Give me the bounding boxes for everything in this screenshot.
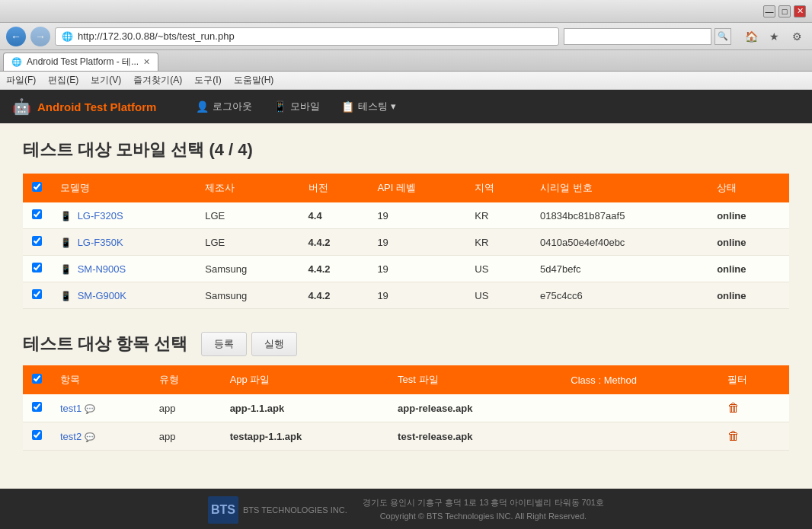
test-checkbox-0[interactable] xyxy=(32,402,42,412)
row-serial: e75c4cc6 xyxy=(531,282,708,309)
delete-icon-0[interactable]: 🗑 xyxy=(727,401,740,414)
android-icon: 🤖 xyxy=(12,97,31,116)
mobile-check-all[interactable] xyxy=(32,182,42,192)
active-tab[interactable]: 🌐 Android Test Platform - 테... ✕ xyxy=(3,53,158,71)
gear-icon[interactable]: ⚙ xyxy=(788,27,806,46)
search-button[interactable]: 🔍 xyxy=(714,28,731,45)
test-class-method xyxy=(561,422,718,451)
test-header-app-file: App 파일 xyxy=(221,365,388,394)
device-link[interactable]: LG-F320S xyxy=(78,210,123,221)
test-item-row: test2 💬 app testapp-1.1.apk test-release… xyxy=(23,422,789,451)
menu-favorites[interactable]: 즐겨찾기(A) xyxy=(133,74,182,87)
row-version: 4.4.2 xyxy=(299,282,369,309)
tab-favicon: 🌐 xyxy=(11,57,22,67)
mobile-device-row: 📱 SM-N900S Samsung 4.4.2 19 US 5d47befc … xyxy=(23,256,789,282)
row-version: 4.4.2 xyxy=(299,229,369,256)
home-icon[interactable]: 🏠 xyxy=(742,27,760,46)
app-brand: 🤖 Android Test Platform xyxy=(12,97,156,116)
row-version: 4.4.2 xyxy=(299,256,369,282)
row-checkbox-3[interactable] xyxy=(32,289,42,299)
test-checkbox-1[interactable] xyxy=(32,430,42,440)
row-maker: Samsung xyxy=(196,282,299,309)
star-icon[interactable]: ★ xyxy=(765,27,783,46)
row-status: online xyxy=(708,229,789,256)
test-item-row: test1 💬 app app-1.1.apk app-release.apk … xyxy=(23,394,789,422)
menu-edit[interactable]: 편집(E) xyxy=(48,74,78,87)
device-icon: 📱 xyxy=(60,211,72,221)
row-model: 📱 SM-N900S xyxy=(51,256,196,282)
delete-icon-1[interactable]: 🗑 xyxy=(727,429,740,442)
nav-mobile[interactable]: 📱 모바일 xyxy=(264,95,329,118)
test-header-class-method: Class : Method xyxy=(561,365,718,394)
test-check-cell xyxy=(23,394,51,422)
row-status: online xyxy=(708,282,789,309)
test-filter: 🗑 xyxy=(718,422,789,451)
test-test-file: app-release.apk xyxy=(388,394,561,422)
menu-tools[interactable]: 도구(I) xyxy=(194,74,221,87)
mobile-header-api: API 레벨 xyxy=(368,174,465,202)
row-check-cell xyxy=(23,256,51,282)
bts-logo: BTS xyxy=(208,496,238,524)
close-button[interactable]: ✕ xyxy=(794,5,806,18)
tab-close-button[interactable]: ✕ xyxy=(143,57,150,67)
company-name: BTS TECHNOLOGIES INC. xyxy=(243,505,347,515)
nav-testing[interactable]: 📋 테스팅 ▾ xyxy=(332,95,405,118)
test-item-link[interactable]: test2 xyxy=(60,431,82,442)
menu-view[interactable]: 보기(V) xyxy=(91,74,121,87)
test-app-file: testapp-1.1.apk xyxy=(221,422,388,451)
row-checkbox-1[interactable] xyxy=(32,236,42,246)
row-checkbox-2[interactable] xyxy=(32,263,42,272)
test-test-file: test-release.apk xyxy=(388,422,561,451)
device-link[interactable]: SM-G900K xyxy=(78,290,126,301)
minimize-button[interactable]: — xyxy=(763,5,775,18)
search-input[interactable] xyxy=(564,28,711,45)
mobile-device-row: 📱 LG-F320S LGE 4.4 19 KR 01834bc81b87aaf… xyxy=(23,202,789,229)
test-header-filter: 필터 xyxy=(718,365,789,394)
logout-icon: 👤 xyxy=(196,100,209,113)
mobile-header-model: 모델명 xyxy=(51,174,196,202)
test-header-check xyxy=(23,365,51,394)
browser-nav: ← → 🌐 http://172.30.0.88/~bts/test_run.p… xyxy=(0,23,812,50)
device-link[interactable]: SM-N900S xyxy=(78,263,126,275)
test-item-link[interactable]: test1 xyxy=(60,403,82,414)
menu-file[interactable]: 파일(F) xyxy=(6,74,36,87)
footer-content: BTS BTS TECHNOLOGIES INC. 경기도 용인시 기흥구 흥덕… xyxy=(15,496,797,524)
window-controls: — □ ✕ xyxy=(763,5,806,18)
row-region: US xyxy=(465,256,531,282)
brand-name: Android Test Platform xyxy=(37,100,156,113)
row-api: 19 xyxy=(368,229,465,256)
test-item-type: app xyxy=(150,394,221,422)
menu-help[interactable]: 도움말(H) xyxy=(234,74,274,87)
maximize-button[interactable]: □ xyxy=(778,5,791,18)
row-serial: 01834bc81b87aaf5 xyxy=(531,202,708,229)
nav-logout[interactable]: 👤 로그아웃 xyxy=(187,95,261,118)
footer-text: 경기도 용인시 기흥구 흥덕 1로 13 흥덕 아이티밸리 타워동 701호 C… xyxy=(363,496,604,523)
logout-label: 로그아웃 xyxy=(213,100,252,113)
mobile-header-serial: 시리얼 번호 xyxy=(531,174,708,202)
mobile-header-maker: 제조사 xyxy=(196,174,299,202)
testing-icon: 📋 xyxy=(341,100,354,113)
test-item-name: test1 💬 xyxy=(51,394,150,422)
device-link[interactable]: LG-F350K xyxy=(78,237,123,248)
row-serial: 0410a50e4ef40ebc xyxy=(531,229,708,256)
test-check-all[interactable] xyxy=(32,374,42,384)
run-button[interactable]: 실행 xyxy=(251,332,297,356)
register-button[interactable]: 등록 xyxy=(201,332,247,356)
test-class-method xyxy=(561,394,718,422)
device-icon: 📱 xyxy=(60,237,72,248)
browser-menu: 파일(F) 편집(E) 보기(V) 즐겨찾기(A) 도구(I) 도움말(H) xyxy=(0,72,812,90)
url-text: http://172.30.0.88/~bts/test_run.php xyxy=(78,30,235,42)
row-checkbox-0[interactable] xyxy=(32,209,42,219)
test-section-header: 테스트 대상 항목 선택 등록 실행 xyxy=(23,332,789,356)
forward-button[interactable]: → xyxy=(30,27,50,46)
row-model: 📱 LG-F350K xyxy=(51,229,196,256)
app-content: 테스트 대상 모바일 선택 (4 / 4) 모델명 제조사 버전 API 레벨 … xyxy=(0,123,812,489)
test-item-type: app xyxy=(150,422,221,451)
row-region: US xyxy=(465,282,531,309)
test-items-table: 항목 유형 App 파일 Test 파일 Class : Method 필터 t… xyxy=(23,365,789,451)
search-area: 🔍 xyxy=(564,28,731,45)
back-button[interactable]: ← xyxy=(6,27,26,46)
mobile-device-row: 📱 LG-F350K LGE 4.4.2 19 KR 0410a50e4ef40… xyxy=(23,229,789,256)
row-maker: Samsung xyxy=(196,256,299,282)
address-bar[interactable]: 🌐 http://172.30.0.88/~bts/test_run.php xyxy=(55,27,559,46)
